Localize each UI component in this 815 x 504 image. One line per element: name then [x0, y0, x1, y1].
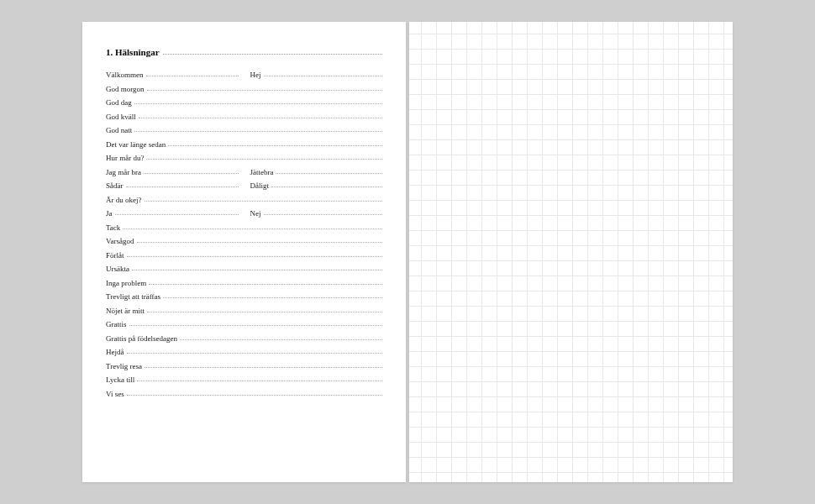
dotted-line: [180, 339, 382, 340]
vocab-term: Vi ses: [106, 390, 124, 398]
vocab-cell-full: Grattis på födelsedagen: [106, 334, 382, 343]
vocab-row: Hur mår du?: [106, 154, 382, 162]
vocab-cell-full: Tack: [106, 223, 382, 232]
vocab-cell-full: Hur mår du?: [106, 154, 382, 162]
vocab-term: Jag mår bra: [106, 168, 141, 176]
dotted-line: [163, 297, 382, 298]
vocab-row: JaNej: [106, 209, 382, 218]
dotted-line: [276, 173, 382, 174]
vocab-row: Förlåt: [106, 251, 382, 260]
vocab-cell-full: Grattis: [106, 320, 382, 328]
dotted-line: [145, 201, 383, 202]
vocab-cell-left: Sådär: [106, 181, 239, 190]
vocab-term: Hejdå: [106, 348, 124, 356]
dotted-line: [127, 395, 382, 396]
vocab-term: Tack: [106, 223, 120, 232]
heading-text: 1. Hälsningar: [106, 47, 160, 57]
dotted-line: [123, 228, 382, 229]
vocab-row: God dag: [106, 98, 382, 107]
vocab-row: Vi ses: [106, 390, 382, 398]
vocab-cell-full: Nöjet är mitt: [106, 307, 382, 315]
dotted-line: [145, 367, 382, 368]
vocab-term: God morgon: [106, 85, 145, 93]
dotted-line: [134, 103, 382, 104]
vocab-row: Ursäkta: [106, 265, 382, 273]
vocab-row: Varsågod: [106, 237, 382, 245]
vocab-row: Nöjet är mitt: [106, 307, 382, 315]
section-heading: 1. Hälsningar: [106, 47, 382, 57]
vocab-row: Hejdå: [106, 348, 382, 356]
heading-dotted-line: [163, 54, 382, 55]
vocab-cell-right: Dåligt: [250, 181, 383, 190]
dotted-line: [147, 90, 382, 91]
dotted-line: [115, 214, 239, 215]
vocab-term: Förlåt: [106, 251, 124, 260]
vocab-term: Ja: [106, 209, 113, 218]
vocab-term: Lycka till: [106, 375, 134, 384]
dotted-line: [146, 76, 239, 76]
vocab-row: God natt: [106, 126, 382, 134]
dotted-line: [127, 256, 383, 257]
dotted-line: [134, 131, 382, 132]
page-left: 1. Hälsningar VälkommenHejGod morgonGod …: [82, 22, 406, 482]
vocab-term: Dåligt: [250, 181, 270, 190]
vocab-row: Är du okej?: [106, 196, 382, 204]
vocab-term: Är du okej?: [106, 196, 142, 204]
vocabulary-list: VälkommenHejGod morgonGod dagGod kvällGo…: [106, 71, 382, 398]
vocab-row: SådärDåligt: [106, 181, 382, 190]
vocab-cell-right: Jättebra: [250, 168, 383, 176]
vocab-cell-full: Är du okej?: [106, 196, 382, 204]
dotted-line: [146, 159, 382, 160]
vocab-row: Lycka till: [106, 375, 382, 384]
vocab-cell-left: Välkommen: [106, 71, 239, 79]
dotted-line: [271, 186, 382, 187]
dotted-line: [126, 186, 239, 187]
vocab-term: Nöjet är mitt: [106, 307, 145, 315]
dotted-line: [264, 76, 383, 76]
vocab-cell-right: Hej: [250, 71, 383, 79]
vocab-term: God natt: [106, 126, 132, 134]
vocab-row: God kväll: [106, 113, 382, 121]
vocab-cell-full: Förlåt: [106, 251, 382, 260]
page-right-grid: [409, 22, 733, 482]
vocab-cell-full: Hejdå: [106, 348, 382, 356]
vocab-cell-full: Det var länge sedan: [106, 140, 382, 149]
dotted-line: [127, 353, 383, 354]
dotted-line: [137, 242, 383, 243]
dotted-line: [149, 284, 382, 285]
vocab-term: Jättebra: [250, 168, 274, 176]
vocab-cell-full: Ursäkta: [106, 265, 382, 273]
dotted-line: [147, 312, 382, 312]
vocab-term: Hej: [250, 71, 261, 79]
vocab-cell-full: Trevlig resa: [106, 362, 382, 370]
dotted-line: [132, 270, 382, 270]
vocab-term: God kväll: [106, 113, 136, 121]
vocab-cell-full: God kväll: [106, 113, 382, 121]
vocab-row: Det var länge sedan: [106, 140, 382, 149]
vocab-term: Hur mår du?: [106, 154, 144, 162]
dotted-line: [264, 214, 383, 215]
vocab-term: Sådär: [106, 181, 124, 190]
vocab-cell-full: God dag: [106, 98, 382, 107]
vocab-cell-full: Lycka till: [106, 375, 382, 384]
vocab-cell-left: Ja: [106, 209, 239, 218]
vocab-cell-full: Inga problem: [106, 279, 382, 287]
vocab-cell-full: Vi ses: [106, 390, 382, 398]
dotted-line: [144, 173, 239, 174]
vocab-cell-left: Jag mår bra: [106, 168, 239, 176]
vocab-row: Inga problem: [106, 279, 382, 287]
vocab-term: Varsågod: [106, 237, 134, 245]
vocab-cell-full: Trevligt att träffas: [106, 292, 382, 301]
vocab-row: VälkommenHej: [106, 71, 382, 79]
vocab-term: Nej: [250, 209, 261, 218]
vocab-row: Grattis på födelsedagen: [106, 334, 382, 343]
vocab-term: Grattis: [106, 320, 127, 328]
vocab-term: Välkommen: [106, 71, 144, 79]
dotted-line: [139, 118, 382, 118]
vocab-cell-right: Nej: [250, 209, 383, 218]
vocab-term: Ursäkta: [106, 265, 129, 273]
vocab-term: Trevlig resa: [106, 362, 142, 370]
page-spread: 1. Hälsningar VälkommenHejGod morgonGod …: [82, 22, 733, 482]
vocab-row: Tack: [106, 223, 382, 232]
vocab-term: Det var länge sedan: [106, 140, 166, 149]
